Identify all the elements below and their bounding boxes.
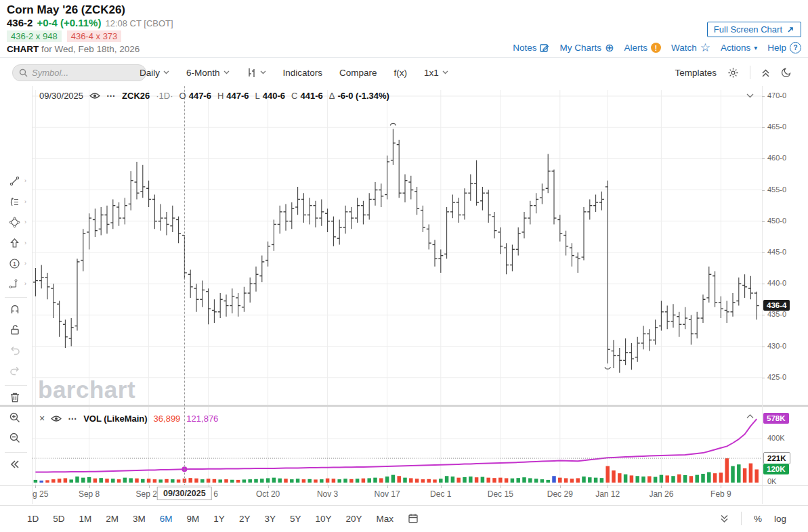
fibonacci-tool-icon[interactable] — [9, 196, 20, 208]
ohlc-bar — [39, 265, 44, 288]
collapse-pane-chevron[interactable] — [746, 93, 754, 98]
compare-button[interactable]: Compare — [339, 68, 377, 78]
volume-bar — [332, 479, 336, 483]
dark-mode-moon-icon[interactable] — [781, 67, 792, 78]
range-button-max[interactable]: Max — [376, 514, 394, 524]
volume-bar — [135, 479, 139, 483]
date-axis-label: Jan 26 — [649, 489, 673, 499]
actions-menu[interactable]: Actions ▾ — [721, 43, 757, 53]
ohlc-bar — [367, 193, 372, 219]
range-button-5y[interactable]: 5Y — [290, 514, 301, 524]
collapse-panel-down-icon[interactable] — [720, 514, 729, 523]
zoom-in-icon[interactable] — [9, 412, 21, 424]
volume-bar — [87, 477, 91, 483]
volume-bar — [391, 475, 396, 483]
range-button-20y[interactable]: 20Y — [345, 514, 362, 524]
log-scale-toggle[interactable]: log — [774, 514, 786, 524]
eye-icon[interactable] — [89, 92, 100, 99]
percent-scale-toggle[interactable]: % — [754, 514, 762, 524]
more-options-icon[interactable]: ⋯ — [106, 91, 116, 101]
range-button-3m[interactable]: 3M — [133, 514, 146, 524]
measure-tool-icon[interactable] — [9, 278, 20, 290]
tool-expand-chevron[interactable]: › — [24, 219, 26, 225]
alert-icon: ! — [651, 43, 661, 53]
volume-bar — [654, 477, 658, 483]
price-axis-label: 440-0 — [767, 279, 786, 287]
collapse-toolbar-icon[interactable] — [761, 68, 770, 77]
calendar-icon[interactable] — [408, 513, 419, 524]
volume-bar — [320, 479, 324, 483]
help-link[interactable]: Help ? — [767, 42, 801, 53]
ohlc-bar — [242, 287, 247, 312]
ohlc-bar — [206, 288, 211, 324]
range-button-5d[interactable]: 5D — [53, 514, 64, 524]
templates-button[interactable]: Templates — [675, 68, 717, 78]
price-axis-label: 460-0 — [767, 154, 786, 162]
unlock-tool-icon[interactable] — [9, 324, 21, 336]
undo-icon[interactable] — [9, 344, 21, 356]
fx-button[interactable]: f(x) — [394, 68, 408, 78]
layout-dropdown[interactable]: 1x1 — [424, 68, 448, 78]
period-dropdown[interactable]: Daily — [140, 68, 169, 78]
chart-word: CHART — [7, 44, 39, 54]
date-axis[interactable]: Aug 25Sep 8Sep 22Oct 6Oct 20Nov 3Nov 17D… — [33, 485, 762, 505]
crosshair-vertical-line — [184, 86, 185, 485]
volume-bar — [99, 478, 103, 483]
trendline-tool-icon[interactable] — [9, 175, 20, 187]
range-button-9m[interactable]: 9M — [187, 514, 200, 524]
redo-icon[interactable] — [9, 364, 21, 376]
range-button-2y[interactable]: 2Y — [239, 514, 251, 524]
range-button-1d[interactable]: 1D — [27, 514, 39, 524]
volume-bar — [51, 479, 56, 483]
range-button-3y[interactable]: 3Y — [264, 514, 276, 524]
tool-expand-chevron[interactable]: › — [24, 177, 26, 184]
range-button-10y[interactable]: 10Y — [315, 514, 331, 524]
delete-drawings-icon[interactable] — [9, 391, 21, 403]
more-options-icon[interactable]: ⋯ — [68, 414, 77, 424]
price-change: +0-4 (+0.11%) — [37, 17, 101, 28]
zoom-out-icon[interactable] — [9, 432, 21, 444]
ohlc-bar — [427, 224, 431, 249]
ohlc-bar — [355, 198, 360, 223]
volume-bar — [177, 479, 181, 483]
watch-link[interactable]: Watch ☆ — [671, 43, 710, 53]
ohlc-bar — [736, 278, 741, 306]
close-study-icon[interactable]: × — [39, 413, 45, 424]
tool-expand-chevron[interactable]: › — [24, 198, 26, 205]
collapse-rail-icon[interactable] — [9, 459, 21, 470]
magnet-tool-icon[interactable] — [9, 303, 21, 315]
bar-type-dropdown[interactable] — [247, 67, 266, 78]
tool-expand-chevron[interactable]: › — [24, 260, 26, 267]
range-button-6m[interactable]: 6M — [160, 514, 173, 524]
range-button-1y[interactable]: 1Y — [213, 514, 225, 524]
numbered-label-tool-icon[interactable]: 1 — [9, 258, 20, 269]
alerts-link[interactable]: Alerts ! — [624, 43, 661, 53]
notes-link[interactable]: Notes — [513, 43, 549, 53]
ohlc-bar — [641, 326, 646, 350]
volume-bar — [630, 475, 634, 483]
volume-bar — [486, 478, 490, 483]
tool-expand-chevron[interactable]: › — [24, 240, 26, 246]
tool-expand-chevron[interactable]: › — [24, 280, 26, 287]
range-button-1m[interactable]: 1M — [79, 514, 92, 524]
indicators-button[interactable]: Indicators — [283, 68, 323, 78]
ohlc-bar — [236, 293, 240, 317]
eye-icon[interactable] — [51, 415, 62, 422]
shapes-tool-icon[interactable] — [9, 217, 20, 228]
ohlc-bar — [105, 206, 110, 234]
symbol-search-input[interactable]: Symbol... — [12, 64, 146, 81]
ohlc-bar — [593, 195, 598, 212]
range-dropdown[interactable]: 6-Month — [186, 68, 230, 78]
range-button-2m[interactable]: 2M — [106, 514, 119, 524]
volume-bar — [445, 476, 449, 483]
price-chart-plot[interactable] — [33, 86, 763, 406]
ohlc-bar — [373, 182, 378, 206]
arrow-annotation-tool-icon[interactable] — [9, 238, 20, 249]
pane-divider[interactable] — [0, 405, 808, 407]
my-charts-link[interactable]: My Charts ⊕ — [559, 43, 614, 53]
axis-tick — [762, 158, 765, 159]
expand-pane-chevron[interactable] — [746, 414, 754, 419]
full-screen-chart-button[interactable]: Full Screen Chart — [707, 22, 801, 37]
gear-icon[interactable] — [727, 67, 739, 79]
ohlc-bar — [665, 306, 670, 330]
